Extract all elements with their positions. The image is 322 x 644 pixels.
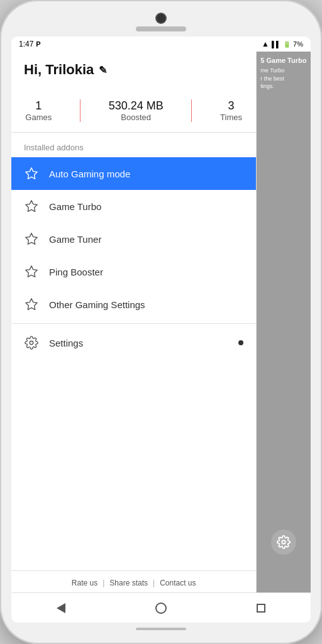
phone-device: 1:47 P ▲ ▌▌ 🔋 7% Hi, Tr bbox=[0, 0, 322, 644]
game-turbo-label: Game Turbo bbox=[49, 201, 101, 212]
other-gaming-icon bbox=[24, 297, 39, 312]
game-tuner-icon bbox=[24, 231, 39, 247]
settings-item-left: Settings bbox=[24, 335, 83, 350]
right-panel: 5 Game Turbo me Turbo r the best tings. bbox=[257, 52, 311, 592]
other-gaming-label: Other Gaming Settings bbox=[49, 299, 145, 310]
auto-gaming-icon bbox=[24, 166, 39, 181]
battery-icon: 🔋 bbox=[283, 41, 291, 48]
rate-us-link[interactable]: Rate us bbox=[72, 579, 97, 587]
right-panel-body: me Turbo r the best tings. bbox=[257, 65, 311, 92]
stat-times: 3 Times bbox=[220, 99, 242, 122]
status-right: ▲ ▌▌ 🔋 7% bbox=[262, 40, 303, 48]
phone-bottom-bar bbox=[136, 628, 186, 630]
home-icon bbox=[155, 602, 167, 614]
recent-icon bbox=[257, 604, 265, 613]
svg-point-6 bbox=[282, 540, 286, 544]
game-tuner-label: Game Tuner bbox=[49, 234, 101, 245]
menu-list: Auto Gaming mode Game Turbo bbox=[11, 157, 256, 321]
svg-marker-2 bbox=[26, 233, 37, 244]
menu-item-auto-gaming[interactable]: Auto Gaming mode bbox=[11, 157, 256, 190]
ping-booster-icon bbox=[24, 264, 39, 279]
svg-point-5 bbox=[30, 341, 33, 345]
status-left: 1:47 P bbox=[19, 40, 41, 48]
speaker bbox=[136, 26, 186, 31]
stats-row: 1 Games 530.24 MB Boosted 3 Times bbox=[11, 94, 256, 133]
camera bbox=[157, 14, 165, 23]
contact-us-link[interactable]: Contact us bbox=[160, 579, 196, 587]
menu-divider bbox=[11, 323, 256, 324]
edit-icon[interactable]: ✎ bbox=[99, 64, 107, 76]
signal-icon: ▌▌ bbox=[272, 41, 280, 48]
svg-marker-4 bbox=[26, 299, 37, 309]
stat-divider-2 bbox=[191, 99, 192, 122]
stat-boosted-value: 530.24 MB bbox=[109, 99, 164, 113]
footer-sep-1: | bbox=[103, 579, 104, 587]
menu-item-game-tuner[interactable]: Game Tuner bbox=[11, 223, 256, 255]
settings-dot bbox=[238, 340, 243, 345]
stat-boosted: 530.24 MB Boosted bbox=[109, 99, 164, 122]
carrier-icon: P bbox=[36, 40, 40, 48]
game-turbo-icon bbox=[24, 199, 39, 214]
wifi-icon: ▲ bbox=[262, 40, 269, 48]
stat-times-label: Times bbox=[220, 113, 242, 122]
footer-links: Rate us | Share stats | Contact us bbox=[11, 570, 256, 592]
nav-recent-button[interactable] bbox=[248, 598, 274, 618]
greeting-text: Hi, Trilokia bbox=[24, 62, 94, 78]
svg-marker-3 bbox=[26, 266, 37, 277]
svg-marker-0 bbox=[26, 168, 37, 179]
stat-boosted-label: Boosted bbox=[109, 113, 164, 122]
stat-times-value: 3 bbox=[220, 99, 242, 113]
nav-back-button[interactable] bbox=[48, 598, 74, 618]
stat-divider-1 bbox=[80, 99, 80, 122]
footer-sep-2: | bbox=[153, 579, 155, 587]
auto-gaming-label: Auto Gaming mode bbox=[49, 169, 130, 179]
ping-booster-label: Ping Booster bbox=[49, 267, 103, 277]
back-icon bbox=[57, 603, 65, 613]
status-bar: 1:47 P ▲ ▌▌ 🔋 7% bbox=[11, 36, 311, 52]
nav-bar bbox=[11, 592, 311, 623]
stat-games-label: Games bbox=[25, 113, 52, 122]
share-stats-link[interactable]: Share stats bbox=[109, 579, 148, 587]
nav-home-button[interactable] bbox=[148, 598, 174, 618]
status-time: 1:47 bbox=[19, 40, 33, 48]
left-panel: Hi, Trilokia ✎ 1 Games 530.24 MB Boosted bbox=[11, 52, 257, 592]
phone-screen: 1:47 P ▲ ▌▌ 🔋 7% Hi, Tr bbox=[11, 36, 311, 623]
menu-item-game-turbo[interactable]: Game Turbo bbox=[11, 190, 256, 223]
header-section: Hi, Trilokia ✎ bbox=[11, 52, 256, 94]
svg-marker-1 bbox=[26, 201, 37, 211]
menu-item-ping-booster[interactable]: Ping Booster bbox=[11, 255, 256, 288]
menu-item-other-gaming[interactable]: Other Gaming Settings bbox=[11, 288, 256, 321]
right-panel-gear-icon[interactable] bbox=[271, 530, 296, 555]
battery-percent: 7% bbox=[293, 40, 303, 48]
stat-games: 1 Games bbox=[25, 99, 52, 122]
settings-icon bbox=[24, 335, 39, 350]
main-content: Hi, Trilokia ✎ 1 Games 530.24 MB Boosted bbox=[11, 52, 311, 592]
settings-label: Settings bbox=[49, 338, 83, 348]
greeting-row: Hi, Trilokia ✎ bbox=[24, 62, 243, 78]
stat-games-value: 1 bbox=[25, 99, 52, 113]
settings-item[interactable]: Settings bbox=[11, 326, 256, 359]
installed-addons-label: Installed addons bbox=[11, 133, 256, 157]
right-panel-title: 5 Game Turbo bbox=[257, 52, 311, 65]
